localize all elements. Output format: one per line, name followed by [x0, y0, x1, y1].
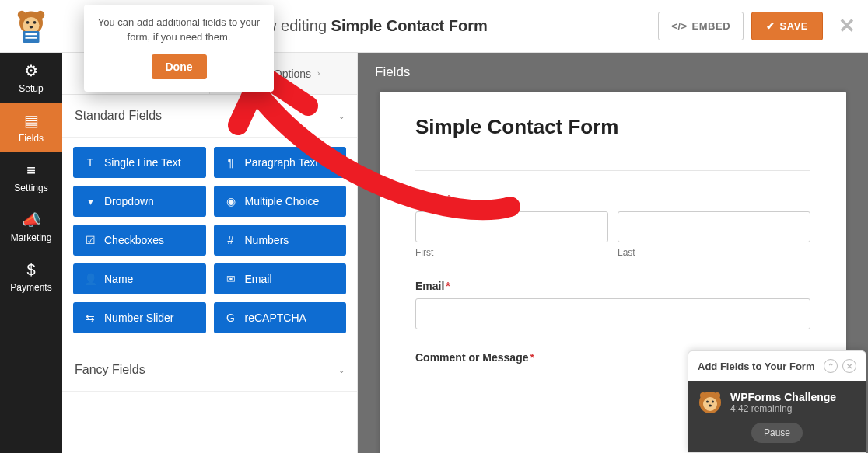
svg-point-11 [700, 392, 706, 399]
field-name[interactable]: 👤Name [73, 263, 206, 294]
sidebar-item-label: Fields [19, 133, 44, 144]
svg-point-3 [23, 17, 40, 33]
group-fancy-fields[interactable]: Fancy Fields ⌄ [62, 349, 357, 392]
svg-point-16 [709, 405, 712, 407]
svg-point-14 [706, 401, 709, 403]
megaphone-icon: 📣 [22, 211, 41, 229]
field-multiple-choice[interactable]: ◉Multiple Choice [214, 186, 347, 217]
challenge-header-text: Add Fields to Your Form [698, 361, 814, 372]
last-name-input[interactable] [618, 211, 810, 242]
save-button-label: SAVE [780, 20, 808, 32]
challenge-header: Add Fields to Your Form ⌃ ✕ [688, 351, 866, 381]
popover-done-button[interactable]: Done [152, 54, 207, 79]
sidebar-item-label: Payments [10, 282, 51, 293]
group-label: Standard Fields [75, 109, 162, 123]
group-standard-fields[interactable]: Standard Fields ⌄ [62, 95, 357, 138]
field-label: Email [245, 273, 272, 285]
challenge-widget: Add Fields to Your Form ⌃ ✕ WPForms Chal… [688, 350, 866, 453]
wpforms-bear-icon [698, 390, 723, 415]
svg-point-15 [712, 401, 714, 403]
sidebar-item-setup[interactable]: ⚙ Setup [0, 53, 62, 103]
text-icon: T [84, 156, 96, 169]
field-dropdown[interactable]: ▾Dropdown [73, 186, 206, 217]
svg-point-13 [703, 397, 717, 411]
embed-button-label: EMBED [692, 20, 730, 32]
sidebar-item-settings[interactable]: ≡ Settings [0, 152, 62, 202]
field-label: reCAPTCHA [245, 312, 306, 324]
form-title[interactable]: Simple Contact Form [415, 115, 810, 139]
first-sublabel: First [415, 247, 608, 258]
svg-point-6 [30, 26, 33, 28]
hash-icon: # [225, 234, 237, 246]
last-sublabel: Last [618, 247, 810, 258]
field-number-slider[interactable]: ⇆Number Slider [73, 302, 206, 333]
svg-rect-9 [26, 37, 37, 38]
paragraph-icon: ¶ [225, 156, 237, 169]
chevron-down-icon: ⌄ [338, 366, 345, 375]
save-button[interactable]: ✔ SAVE [751, 12, 823, 40]
field-label: Dropdown [104, 195, 154, 207]
sidebar-item-fields[interactable]: ▤ Fields [0, 103, 62, 152]
field-label: Number Slider [104, 312, 173, 324]
challenge-pause-button[interactable]: Pause [751, 423, 803, 443]
required-marker: * [446, 193, 450, 205]
svg-point-12 [714, 392, 720, 399]
field-label: Checkboxes [104, 234, 164, 246]
radio-icon: ◉ [225, 195, 237, 207]
svg-point-5 [33, 20, 37, 23]
checkbox-icon: ☑ [84, 234, 96, 246]
svg-point-1 [18, 10, 26, 19]
chevron-right-icon: › [317, 69, 320, 78]
email-input[interactable] [415, 298, 810, 329]
required-marker: * [446, 280, 450, 292]
chevron-down-icon: ⌄ [338, 112, 345, 120]
popover-text: You can add additional fields to your fo… [96, 16, 261, 45]
check-icon: ✔ [766, 20, 775, 32]
field-paragraph-text[interactable]: ¶Paragraph Text [214, 147, 347, 178]
wpforms-bear-logo [12, 8, 50, 45]
challenge-title: WPForms Challenge [730, 391, 836, 403]
sliders-icon: ≡ [26, 162, 36, 179]
field-single-line-text[interactable]: TSingle Line Text [73, 147, 206, 178]
close-icon[interactable]: ✕ [838, 14, 856, 38]
embed-button[interactable]: </> EMBED [658, 12, 744, 40]
sidebar-item-marketing[interactable]: 📣 Marketing [0, 202, 62, 252]
gear-icon: ⚙ [24, 61, 38, 80]
google-icon: G [225, 312, 237, 324]
standard-fields-grid: TSingle Line Text ¶Paragraph Text ▾Dropd… [62, 138, 357, 349]
field-label: Email* [415, 280, 810, 292]
field-label: Paragraph Text [245, 156, 319, 169]
field-checkboxes[interactable]: ☑Checkboxes [73, 225, 206, 256]
field-label: Multiple Choice [245, 195, 320, 207]
fields-icon: ▤ [24, 111, 39, 130]
field-recaptcha[interactable]: GreCAPTCHA [214, 302, 347, 333]
svg-rect-8 [26, 33, 37, 35]
sidebar-item-payments[interactable]: $ Payments [0, 252, 62, 301]
divider [415, 170, 810, 171]
dollar-icon: $ [26, 261, 35, 279]
field-label: Numbers [245, 234, 289, 246]
svg-point-4 [26, 20, 30, 23]
preview-field-name[interactable]: Name* First Last [415, 193, 810, 258]
sidebar-item-label: Setup [19, 83, 43, 94]
title-form-name: Simple Contact Form [331, 17, 488, 34]
main-sidebar: ⚙ Setup ▤ Fields ≡ Settings 📣 Marketing … [0, 53, 62, 453]
field-label: Name* [415, 193, 810, 205]
group-label: Fancy Fields [75, 363, 145, 377]
field-numbers[interactable]: #Numbers [214, 225, 347, 256]
challenge-time-remaining: 4:42 remaining [730, 403, 836, 414]
envelope-icon: ✉ [225, 273, 237, 285]
required-marker: * [530, 351, 534, 364]
fields-panel: Standard Fields ⌄ TSingle Line Text ¶Par… [62, 95, 358, 453]
preview-pane-title: Fields [358, 53, 868, 92]
onboarding-popover: You can add additional fields to your fo… [84, 5, 274, 92]
collapse-icon[interactable]: ⌃ [824, 359, 838, 373]
preview-field-email[interactable]: Email* [415, 280, 810, 329]
field-email[interactable]: ✉Email [214, 263, 347, 294]
sidebar-item-label: Marketing [11, 232, 52, 243]
close-icon[interactable]: ✕ [842, 359, 856, 373]
slider-icon: ⇆ [84, 312, 96, 324]
field-label: Name [104, 273, 133, 285]
first-name-input[interactable] [415, 211, 608, 242]
svg-point-2 [37, 10, 45, 19]
